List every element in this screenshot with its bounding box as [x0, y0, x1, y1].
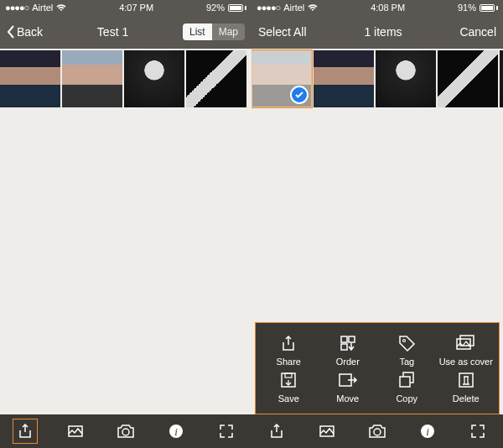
copy-icon: [395, 370, 418, 390]
left-pane: ●●●●○ Airtel 4:07 PM 92% Back Test 1 Lis…: [0, 0, 252, 448]
action-label: Tag: [399, 357, 414, 367]
share-action[interactable]: Share: [261, 333, 316, 367]
status-bar: ●●●●○ Airtel 4:07 PM 92%: [0, 0, 252, 15]
thumbnail-strip[interactable]: [0, 49, 252, 109]
battery-pct: 92%: [206, 3, 225, 13]
carrier-label: Airtel: [283, 3, 304, 13]
wifi-icon: [308, 4, 318, 12]
thumbnail[interactable]: [124, 50, 184, 107]
nav-bar-selection: Select All 1 items Cancel: [252, 15, 503, 49]
seg-list[interactable]: List: [183, 23, 212, 40]
delete-icon: [454, 370, 478, 390]
share-icon: [277, 333, 300, 353]
action-label: Use as cover: [439, 357, 493, 367]
thumbnail[interactable]: [314, 50, 374, 107]
thumbnail[interactable]: [0, 50, 60, 107]
move-action[interactable]: Move: [320, 370, 376, 404]
svg-rect-5: [349, 336, 355, 342]
back-button[interactable]: Back: [7, 25, 43, 39]
share-tab-button[interactable]: [263, 418, 290, 445]
status-time: 4:08 PM: [371, 3, 405, 13]
action-label: Order: [336, 357, 360, 367]
svg-point-17: [374, 429, 381, 435]
content-area: [0, 109, 252, 414]
info-tab-button[interactable]: i: [414, 418, 441, 445]
svg-rect-14: [400, 377, 410, 387]
wifi-icon: [56, 4, 66, 12]
view-mode-segment[interactable]: List Map: [183, 23, 245, 40]
fullscreen-tab-button[interactable]: [464, 418, 491, 445]
svg-rect-4: [341, 336, 347, 342]
tag-icon: [395, 333, 418, 353]
svg-point-7: [403, 340, 406, 342]
action-label: Save: [278, 393, 299, 404]
thumbnail[interactable]: [438, 50, 498, 107]
fullscreen-tab-button[interactable]: [213, 418, 240, 445]
back-label: Back: [17, 25, 43, 39]
action-label: Share: [277, 357, 301, 367]
camera-tab-button[interactable]: [112, 418, 139, 445]
cancel-button[interactable]: Cancel: [459, 25, 496, 39]
action-menu: Share Order Tag Use as cover S: [255, 322, 500, 414]
thumbnail[interactable]: [500, 50, 503, 107]
action-label: Copy: [396, 393, 417, 404]
content-area: Share Order Tag Use as cover S: [252, 109, 503, 414]
save-icon: [277, 370, 300, 390]
bottom-toolbar: i: [0, 414, 252, 448]
order-icon: [336, 333, 360, 353]
status-time: 4:07 PM: [119, 3, 153, 13]
use-as-cover-icon: [454, 333, 478, 353]
thumbnail[interactable]: [62, 50, 122, 107]
cover-action[interactable]: Use as cover: [438, 333, 494, 367]
tag-action[interactable]: Tag: [379, 333, 434, 367]
gallery-tab-button[interactable]: [314, 418, 340, 445]
select-all-button[interactable]: Select All: [258, 25, 307, 39]
svg-text:i: i: [426, 425, 429, 438]
action-label: Delete: [453, 393, 480, 404]
battery-icon: [480, 4, 498, 12]
page-title: Test 1: [97, 25, 128, 39]
signal-dots-icon: ●●●●○: [5, 3, 29, 13]
right-pane: ●●●●○ Airtel 4:08 PM 91% Select All 1 it…: [252, 0, 503, 448]
carrier-label: Airtel: [32, 3, 53, 13]
svg-point-1: [122, 429, 129, 435]
chevron-left-icon: [7, 25, 15, 39]
checkmark-icon: [290, 86, 309, 104]
camera-tab-button[interactable]: [364, 418, 391, 445]
share-tab-button[interactable]: [12, 418, 39, 445]
order-action[interactable]: Order: [320, 333, 376, 367]
bottom-toolbar: i: [252, 414, 503, 448]
thumbnail[interactable]: [376, 50, 436, 107]
move-icon: [336, 370, 360, 390]
seg-map[interactable]: Map: [212, 23, 245, 40]
battery-icon: [228, 4, 246, 12]
copy-action[interactable]: Copy: [379, 370, 434, 404]
status-bar: ●●●●○ Airtel 4:08 PM 91%: [252, 0, 503, 15]
thumbnail-selected[interactable]: [252, 50, 312, 107]
gallery-tab-button[interactable]: [62, 418, 89, 445]
info-tab-button[interactable]: i: [163, 418, 189, 445]
action-label: Move: [336, 393, 359, 404]
thumbnail-strip[interactable]: [252, 49, 503, 109]
signal-dots-icon: ●●●●○: [257, 3, 280, 13]
svg-text:i: i: [174, 425, 178, 438]
svg-rect-8: [460, 336, 474, 346]
selection-count: 1 items: [364, 25, 402, 39]
nav-bar: Back Test 1 List Map: [0, 15, 252, 49]
delete-action[interactable]: Delete: [438, 370, 494, 404]
save-action[interactable]: Save: [261, 370, 316, 404]
battery-pct: 91%: [458, 3, 476, 13]
svg-rect-6: [341, 344, 347, 350]
